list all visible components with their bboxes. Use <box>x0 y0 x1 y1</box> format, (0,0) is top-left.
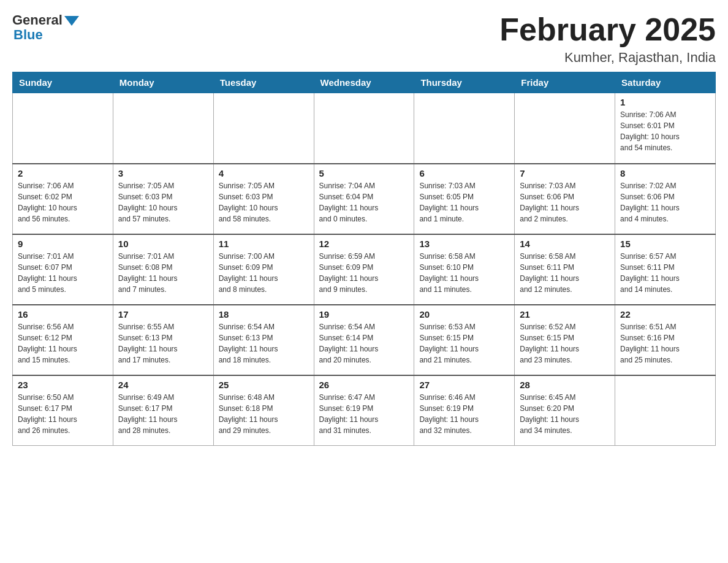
week-row-3: 9Sunrise: 7:01 AMSunset: 6:07 PMDaylight… <box>13 234 716 305</box>
day-number: 17 <box>118 309 208 320</box>
day-number: 10 <box>118 239 208 249</box>
day-cell: 10Sunrise: 7:01 AMSunset: 6:08 PMDayligh… <box>113 234 213 305</box>
day-number: 12 <box>319 239 409 249</box>
day-cell: 22Sunrise: 6:51 AMSunset: 6:16 PMDayligh… <box>615 305 716 375</box>
day-cell: 20Sunrise: 6:53 AMSunset: 6:15 PMDayligh… <box>414 305 515 375</box>
day-cell: 4Sunrise: 7:05 AMSunset: 6:03 PMDaylight… <box>213 164 314 234</box>
col-header-tuesday: Tuesday <box>213 72 314 93</box>
day-cell <box>515 93 615 164</box>
calendar-table: SundayMondayTuesdayWednesdayThursdayFrid… <box>12 72 716 446</box>
day-cell: 26Sunrise: 6:47 AMSunset: 6:19 PMDayligh… <box>314 375 414 446</box>
day-info: Sunrise: 7:02 AMSunset: 6:06 PMDaylight:… <box>620 180 710 224</box>
day-info: Sunrise: 7:04 AMSunset: 6:04 PMDaylight:… <box>319 180 409 224</box>
day-info: Sunrise: 7:03 AMSunset: 6:06 PMDaylight:… <box>520 180 610 224</box>
day-cell: 28Sunrise: 6:45 AMSunset: 6:20 PMDayligh… <box>515 375 615 446</box>
day-number: 22 <box>620 309 710 320</box>
day-number: 20 <box>419 309 509 320</box>
day-info: Sunrise: 7:05 AMSunset: 6:03 PMDaylight:… <box>219 180 309 224</box>
day-cell: 2Sunrise: 7:06 AMSunset: 6:02 PMDaylight… <box>13 164 113 234</box>
day-cell: 1Sunrise: 7:06 AMSunset: 6:01 PMDaylight… <box>615 93 716 164</box>
day-cell: 19Sunrise: 6:54 AMSunset: 6:14 PMDayligh… <box>314 305 414 375</box>
day-info: Sunrise: 7:05 AMSunset: 6:03 PMDaylight:… <box>118 180 208 224</box>
day-cell <box>13 93 113 164</box>
day-info: Sunrise: 6:58 AMSunset: 6:10 PMDaylight:… <box>419 251 509 295</box>
day-cell <box>414 93 515 164</box>
day-number: 19 <box>319 309 409 320</box>
day-number: 18 <box>219 309 309 320</box>
day-number: 3 <box>118 168 208 178</box>
day-info: Sunrise: 6:50 AMSunset: 6:17 PMDaylight:… <box>18 392 108 436</box>
day-cell: 25Sunrise: 6:48 AMSunset: 6:18 PMDayligh… <box>213 375 314 446</box>
day-number: 9 <box>18 239 108 249</box>
day-info: Sunrise: 6:58 AMSunset: 6:11 PMDaylight:… <box>520 251 610 295</box>
day-cell: 11Sunrise: 7:00 AMSunset: 6:09 PMDayligh… <box>213 234 314 305</box>
day-cell <box>113 93 213 164</box>
calendar-title: February 2025 <box>499 12 716 47</box>
week-row-1: 1Sunrise: 7:06 AMSunset: 6:01 PMDaylight… <box>13 93 716 164</box>
day-info: Sunrise: 6:46 AMSunset: 6:19 PMDaylight:… <box>419 392 509 436</box>
logo: General Blue <box>12 12 79 43</box>
day-info: Sunrise: 6:51 AMSunset: 6:16 PMDaylight:… <box>620 321 710 366</box>
day-info: Sunrise: 7:01 AMSunset: 6:07 PMDaylight:… <box>18 251 108 295</box>
day-cell: 12Sunrise: 6:59 AMSunset: 6:09 PMDayligh… <box>314 234 414 305</box>
week-row-5: 23Sunrise: 6:50 AMSunset: 6:17 PMDayligh… <box>13 375 716 446</box>
day-cell: 7Sunrise: 7:03 AMSunset: 6:06 PMDaylight… <box>515 164 615 234</box>
day-info: Sunrise: 6:54 AMSunset: 6:14 PMDaylight:… <box>319 321 409 366</box>
day-number: 1 <box>620 97 710 107</box>
day-cell: 5Sunrise: 7:04 AMSunset: 6:04 PMDaylight… <box>314 164 414 234</box>
page-header: General Blue February 2025 Kumher, Rajas… <box>12 12 716 66</box>
day-info: Sunrise: 6:53 AMSunset: 6:15 PMDaylight:… <box>419 321 509 366</box>
calendar-header-row: SundayMondayTuesdayWednesdayThursdayFrid… <box>13 72 716 93</box>
day-number: 13 <box>419 239 509 249</box>
day-info: Sunrise: 6:45 AMSunset: 6:20 PMDaylight:… <box>520 392 610 436</box>
day-number: 15 <box>620 239 710 249</box>
day-cell: 9Sunrise: 7:01 AMSunset: 6:07 PMDaylight… <box>13 234 113 305</box>
col-header-thursday: Thursday <box>414 72 515 93</box>
day-number: 26 <box>319 380 409 390</box>
day-number: 14 <box>520 239 610 249</box>
day-number: 27 <box>419 380 509 390</box>
day-cell: 15Sunrise: 6:57 AMSunset: 6:11 PMDayligh… <box>615 234 716 305</box>
day-info: Sunrise: 6:57 AMSunset: 6:11 PMDaylight:… <box>620 251 710 295</box>
day-cell: 21Sunrise: 6:52 AMSunset: 6:15 PMDayligh… <box>515 305 615 375</box>
day-cell: 16Sunrise: 6:56 AMSunset: 6:12 PMDayligh… <box>13 305 113 375</box>
col-header-monday: Monday <box>113 72 213 93</box>
day-info: Sunrise: 7:06 AMSunset: 6:01 PMDaylight:… <box>620 109 710 153</box>
day-cell <box>314 93 414 164</box>
day-info: Sunrise: 6:48 AMSunset: 6:18 PMDaylight:… <box>219 392 309 436</box>
logo-blue-text: Blue <box>13 27 43 43</box>
day-number: 21 <box>520 309 610 320</box>
day-cell: 17Sunrise: 6:55 AMSunset: 6:13 PMDayligh… <box>113 305 213 375</box>
day-cell: 8Sunrise: 7:02 AMSunset: 6:06 PMDaylight… <box>615 164 716 234</box>
col-header-friday: Friday <box>515 72 615 93</box>
day-number: 7 <box>520 168 610 178</box>
col-header-saturday: Saturday <box>615 72 716 93</box>
day-info: Sunrise: 6:59 AMSunset: 6:09 PMDaylight:… <box>319 251 409 295</box>
day-number: 2 <box>18 168 108 178</box>
day-cell: 18Sunrise: 6:54 AMSunset: 6:13 PMDayligh… <box>213 305 314 375</box>
day-cell: 27Sunrise: 6:46 AMSunset: 6:19 PMDayligh… <box>414 375 515 446</box>
day-info: Sunrise: 7:00 AMSunset: 6:09 PMDaylight:… <box>219 251 309 295</box>
title-block: February 2025 Kumher, Rajasthan, India <box>499 12 716 66</box>
logo-general-text: General <box>12 12 63 28</box>
col-header-wednesday: Wednesday <box>314 72 414 93</box>
day-number: 25 <box>219 380 309 390</box>
logo-general: General <box>12 12 79 28</box>
day-info: Sunrise: 6:55 AMSunset: 6:13 PMDaylight:… <box>118 321 208 366</box>
day-number: 11 <box>219 239 309 249</box>
day-number: 8 <box>620 168 710 178</box>
day-number: 4 <box>219 168 309 178</box>
day-number: 16 <box>18 309 108 320</box>
day-info: Sunrise: 6:54 AMSunset: 6:13 PMDaylight:… <box>219 321 309 366</box>
day-number: 24 <box>118 380 208 390</box>
col-header-sunday: Sunday <box>13 72 113 93</box>
week-row-4: 16Sunrise: 6:56 AMSunset: 6:12 PMDayligh… <box>13 305 716 375</box>
day-info: Sunrise: 7:06 AMSunset: 6:02 PMDaylight:… <box>18 180 108 224</box>
day-cell: 23Sunrise: 6:50 AMSunset: 6:17 PMDayligh… <box>13 375 113 446</box>
day-cell: 3Sunrise: 7:05 AMSunset: 6:03 PMDaylight… <box>113 164 213 234</box>
day-cell: 14Sunrise: 6:58 AMSunset: 6:11 PMDayligh… <box>515 234 615 305</box>
day-info: Sunrise: 6:49 AMSunset: 6:17 PMDaylight:… <box>118 392 208 436</box>
day-info: Sunrise: 6:47 AMSunset: 6:19 PMDaylight:… <box>319 392 409 436</box>
week-row-2: 2Sunrise: 7:06 AMSunset: 6:02 PMDaylight… <box>13 164 716 234</box>
day-info: Sunrise: 7:01 AMSunset: 6:08 PMDaylight:… <box>118 251 208 295</box>
